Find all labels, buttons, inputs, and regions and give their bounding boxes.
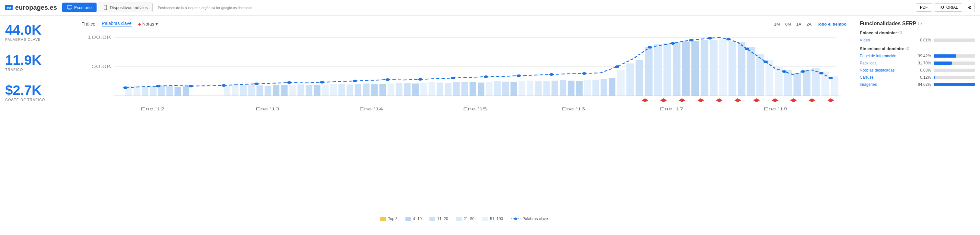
svg-point-137	[514, 218, 517, 220]
svg-text:◆: ◆	[790, 97, 797, 103]
main-content: 44.0K PALABRAS CLAVE 11.9K TRÁFICO $2.7K…	[0, 16, 980, 226]
svg-rect-64	[600, 79, 607, 96]
svg-rect-59	[560, 80, 566, 96]
serp-with-link-info-icon[interactable]: ⓘ	[898, 30, 902, 35]
svg-point-124	[782, 70, 786, 73]
svg-rect-43	[428, 82, 435, 96]
legend-palabras-icon	[511, 217, 520, 221]
svg-rect-0	[67, 5, 72, 9]
svg-rect-85	[793, 73, 801, 96]
legend-top3: Top 3	[380, 216, 397, 221]
serp-row-carrusel: Carrusel 0.12%	[860, 75, 975, 79]
svg-rect-69	[645, 47, 653, 96]
svg-text:◆: ◆	[772, 97, 778, 103]
svg-point-4	[105, 9, 106, 10]
pdf-button[interactable]: PDF	[916, 3, 932, 12]
svg-point-113	[517, 75, 521, 77]
serp-bar-fill-video	[934, 38, 934, 42]
serp-without-link-info-icon[interactable]: ⓘ	[905, 46, 909, 51]
filter-1a[interactable]: 1A	[796, 22, 802, 27]
keywords-value: 44.0K	[5, 23, 76, 37]
svg-rect-31	[330, 84, 337, 96]
svg-rect-25	[281, 85, 288, 96]
svg-rect-38	[388, 84, 394, 96]
svg-rect-51	[494, 81, 501, 96]
subtitle: Posiciones de la búsqueda orgánica for g…	[158, 6, 253, 10]
time-filters: 1M 6M 1A 2A Todo el tiempo	[774, 22, 846, 27]
svg-rect-30	[322, 84, 329, 96]
svg-text:Ene.'12: Ene.'12	[141, 106, 165, 111]
svg-rect-23	[265, 86, 271, 96]
serp-bar-fill-noticias	[934, 68, 934, 72]
svg-point-102	[156, 85, 160, 87]
svg-rect-34	[355, 84, 361, 96]
stats-panel: 44.0K PALABRAS CLAVE 11.9K TRÁFICO $2.7K…	[5, 21, 76, 221]
tab-trafico[interactable]: Tráfico	[82, 21, 95, 27]
legend-51-100-color	[482, 217, 488, 221]
tab-notas[interactable]: ◆ Notas ▾	[138, 21, 158, 27]
svg-point-106	[287, 81, 291, 84]
legend-palabras-clave: Palabras clave	[511, 216, 548, 221]
svg-rect-56	[535, 81, 541, 96]
svg-rect-55	[527, 81, 533, 96]
svg-point-123	[764, 60, 768, 63]
svg-rect-42	[420, 83, 427, 96]
cost-label: COSTE DE TRÁFICO	[5, 98, 76, 102]
svg-rect-20	[240, 85, 247, 96]
svg-point-122	[745, 48, 749, 50]
serp-row-imagenes: Imágenes 84.62%	[860, 82, 975, 87]
svg-rect-62	[584, 80, 591, 96]
svg-point-105	[255, 83, 259, 85]
chart-tabs: Tráfico Palabras clave ◆ Notas ▾	[82, 21, 158, 27]
svg-rect-70	[654, 44, 662, 96]
filter-6m[interactable]: 6M	[785, 22, 791, 27]
notes-arrow-icon: ▾	[156, 21, 158, 27]
mobile-tab[interactable]: Dispositivos móviles	[98, 3, 153, 12]
svg-point-119	[689, 39, 694, 41]
desktop-tab[interactable]: Escritorio	[62, 3, 97, 12]
svg-rect-18	[224, 86, 230, 96]
svg-rect-77	[719, 40, 727, 96]
svg-rect-29	[314, 85, 320, 96]
svg-rect-82	[766, 60, 773, 96]
svg-point-111	[451, 77, 455, 79]
tab-palabras-clave[interactable]: Palabras clave	[102, 21, 132, 27]
svg-rect-37	[380, 84, 386, 96]
settings-button[interactable]: ⚙	[965, 3, 975, 12]
filter-2a[interactable]: 2A	[807, 22, 812, 27]
svg-text:Ene.'13: Ene.'13	[255, 106, 279, 111]
filter-1m[interactable]: 1M	[774, 22, 780, 27]
serp-label-carrusel[interactable]: Carrusel	[860, 75, 912, 79]
nav-tabs: Escritorio Dispositivos móviles	[62, 3, 153, 12]
legend-21-50-color	[456, 217, 462, 221]
svg-rect-65	[609, 78, 616, 96]
legend-21-50: 21–50	[456, 216, 474, 221]
tutorial-button[interactable]: TUTORIAL	[935, 3, 962, 12]
svg-rect-19	[232, 84, 239, 96]
serp-label-imagenes[interactable]: Imágenes	[860, 82, 912, 87]
filter-todo[interactable]: Todo el tiempo	[817, 22, 846, 27]
stat-divider-2	[5, 80, 76, 80]
svg-point-109	[385, 78, 390, 81]
serp-info-icon[interactable]: ⓘ	[918, 21, 922, 26]
legend-51-100-label: 51–100	[490, 216, 503, 221]
svg-rect-53	[511, 82, 517, 96]
serp-label-video[interactable]: Vídeo	[860, 38, 912, 43]
svg-point-125	[800, 70, 805, 73]
serp-label-panel-info[interactable]: Panel de información	[860, 54, 912, 58]
svg-rect-28	[305, 85, 312, 96]
svg-text:◆: ◆	[808, 97, 815, 103]
svg-rect-72	[673, 43, 681, 96]
svg-point-114	[549, 73, 554, 76]
svg-point-127	[828, 77, 832, 79]
svg-point-120	[708, 37, 712, 40]
serp-pct-noticias: 0.03%	[912, 68, 931, 73]
header-right: PDF TUTORIAL ⚙	[916, 3, 975, 12]
serp-label-pack-local[interactable]: Pack local	[860, 61, 912, 65]
logo-area: ep europages.es	[5, 4, 57, 11]
serp-panel: Funcionalidades SERP ⓘ Enlace al dominio…	[852, 21, 975, 221]
svg-rect-60	[568, 81, 574, 96]
svg-rect-74	[691, 41, 699, 96]
serp-pct-panel-info: 39.42%	[912, 54, 931, 58]
serp-label-noticias[interactable]: Noticias destacadas	[860, 68, 912, 73]
